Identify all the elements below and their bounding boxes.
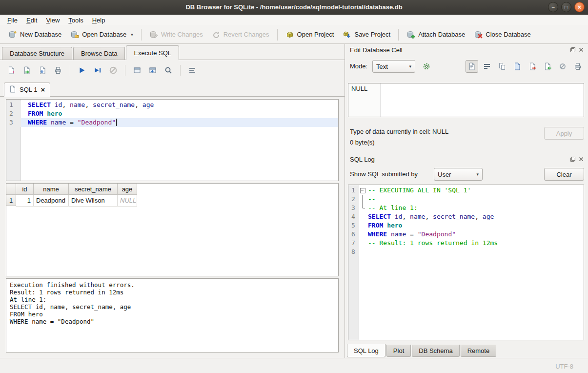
- menu-edit[interactable]: Edit: [22, 16, 41, 25]
- sql-log-title: SQL Log: [350, 156, 375, 163]
- close-database-icon: [474, 30, 483, 39]
- open-sql-file-button[interactable]: [20, 64, 33, 77]
- cell-size-text: 0 byte(s): [350, 139, 375, 146]
- tab-browse-data[interactable]: Browse Data: [73, 47, 125, 60]
- save-sql-file-button[interactable]: [36, 64, 49, 77]
- toolbar-button-open-database[interactable]: Open Database▾: [66, 28, 138, 41]
- menu-help[interactable]: Help: [88, 16, 110, 25]
- code-token: "Deadpond": [78, 119, 116, 126]
- new-tab-icon: [7, 66, 16, 75]
- column-header-age[interactable]: age: [118, 184, 137, 195]
- minimize-button[interactable]: −: [548, 2, 558, 12]
- cell-editor[interactable]: NULL: [348, 83, 584, 117]
- save-content-icon: [513, 62, 522, 71]
- code-token: ,: [402, 213, 410, 220]
- sql-log-area[interactable]: 1-- EXECUTING ALL IN 'SQL 1'2--3-- At li…: [348, 185, 584, 340]
- code-token: FROM: [28, 110, 43, 117]
- print-button[interactable]: [52, 64, 64, 77]
- new-tab-button[interactable]: [5, 64, 18, 77]
- text-mode-button[interactable]: [466, 60, 478, 73]
- close-panel-icon[interactable]: [578, 156, 584, 162]
- sql-log-view[interactable]: 1-- EXECUTING ALL IN 'SQL 1'2--3-- At li…: [348, 185, 584, 340]
- menu-tools[interactable]: Tools: [64, 16, 87, 25]
- menu-view[interactable]: View: [41, 16, 64, 25]
- main-tab-bar: Database StructureBrowse DataExecute SQL: [0, 44, 345, 60]
- copy-content-button[interactable]: [496, 60, 508, 73]
- maximize-button[interactable]: □: [561, 2, 571, 12]
- code-token: -- Result: 1 rows returned in 12ms: [368, 239, 498, 247]
- row-number-cell[interactable]: 1: [6, 195, 16, 206]
- code-line: 3WHERE name = "Deadpond": [6, 118, 338, 127]
- code-token: id: [55, 101, 62, 108]
- print-content-button[interactable]: [571, 60, 584, 73]
- close-panel-icon[interactable]: [578, 47, 584, 53]
- message-line: SELECT id, name, secret_name, age: [10, 303, 335, 311]
- toggle-display-icon: [188, 66, 197, 75]
- attach-database-icon: [406, 30, 415, 39]
- right-dock: Edit Database Cell Mode: Text ▾ NULL Typ…: [345, 44, 588, 358]
- line-number: 2: [6, 109, 21, 118]
- toolbar-button-new-database[interactable]: New Database: [4, 28, 66, 41]
- code-line: 4SELECT id, name, secret_name, age: [348, 212, 584, 221]
- dock-tab-remote[interactable]: Remote: [461, 345, 497, 357]
- toggle-display-button[interactable]: [186, 64, 199, 77]
- save-results-button[interactable]: [146, 64, 159, 77]
- set-as-null-button[interactable]: [556, 60, 569, 73]
- sql-doc-tab-bar: SQL 1 ×: [0, 82, 345, 97]
- table-cell[interactable]: NULL: [118, 195, 137, 207]
- encoding-indicator: UTF-8: [555, 363, 573, 370]
- table-cell[interactable]: Deadpond: [34, 195, 69, 207]
- close-tab-icon[interactable]: ×: [41, 86, 45, 93]
- cell-editor-content[interactable]: [381, 83, 584, 117]
- fold-column: [359, 230, 366, 239]
- column-header-name[interactable]: name: [34, 184, 69, 195]
- float-panel-icon[interactable]: [570, 156, 576, 162]
- toolbar-button-close-database[interactable]: Close Database: [469, 28, 535, 41]
- line-number: 7: [348, 239, 359, 248]
- line-number: 6: [348, 230, 359, 239]
- fold-column: [359, 212, 366, 221]
- table-cell[interactable]: Dive Wilson: [69, 195, 118, 207]
- apply-button[interactable]: Apply: [544, 127, 584, 140]
- fold-marker[interactable]: [359, 186, 366, 195]
- execute-all-button[interactable]: [76, 64, 88, 77]
- dock-tab-sql-log[interactable]: SQL Log: [347, 344, 385, 357]
- column-header-secret-name[interactable]: secret_name: [69, 184, 118, 195]
- close-button[interactable]: ×: [574, 2, 585, 12]
- sql-editor[interactable]: 1SELECT id, name, secret_name, age2FROM …: [6, 99, 339, 181]
- tab-execute-sql[interactable]: Execute SQL: [126, 45, 179, 60]
- title-bar[interactable]: DB Browser for SQLite - /home/user/code/…: [0, 0, 588, 15]
- save-results-icon: [148, 66, 157, 75]
- toolbar-button-save-project[interactable]: Save Project: [338, 28, 395, 41]
- mode-select[interactable]: Text ▾: [372, 60, 415, 73]
- export-content-button[interactable]: [526, 60, 539, 73]
- float-panel-icon[interactable]: [570, 47, 576, 53]
- import-content-button[interactable]: [541, 60, 554, 73]
- dropdown-arrow-icon[interactable]: ▾: [131, 32, 133, 37]
- word-wrap-button[interactable]: [481, 60, 493, 73]
- dock-tab-plot[interactable]: Plot: [386, 345, 411, 357]
- window-controls: − □ ×: [548, 2, 585, 12]
- toolbar-button-attach-database[interactable]: Attach Database: [402, 28, 469, 41]
- dock-tab-db-schema[interactable]: DB Schema: [412, 345, 459, 357]
- code-token: =: [406, 230, 417, 238]
- tab-database-structure[interactable]: Database Structure: [2, 47, 72, 60]
- mode-label: Mode:: [350, 62, 367, 70]
- menu-file[interactable]: File: [3, 16, 22, 25]
- apply-settings-icon: [422, 62, 431, 71]
- clear-button[interactable]: Clear: [544, 168, 584, 181]
- app-window: DB Browser for SQLite - /home/user/code/…: [0, 0, 588, 373]
- apply-settings-button[interactable]: [420, 60, 433, 73]
- sql-doc-tab[interactable]: SQL 1 ×: [4, 83, 50, 97]
- open-results-button[interactable]: [131, 64, 143, 77]
- code-token: ,: [85, 101, 93, 108]
- column-header-id[interactable]: id: [16, 184, 34, 195]
- toolbar-button-open-project[interactable]: Open Project: [281, 28, 339, 41]
- save-content-button[interactable]: [511, 60, 524, 73]
- execute-current-line-button[interactable]: [91, 64, 104, 77]
- sql-editor-area[interactable]: 1SELECT id, name, secret_name, age2FROM …: [6, 100, 338, 181]
- submitted-by-select[interactable]: User ▾: [434, 168, 483, 181]
- table-cell[interactable]: 1: [16, 195, 34, 207]
- find-replace-button[interactable]: [162, 64, 175, 77]
- execution-message[interactable]: Execution finished without errors.Result…: [6, 278, 339, 352]
